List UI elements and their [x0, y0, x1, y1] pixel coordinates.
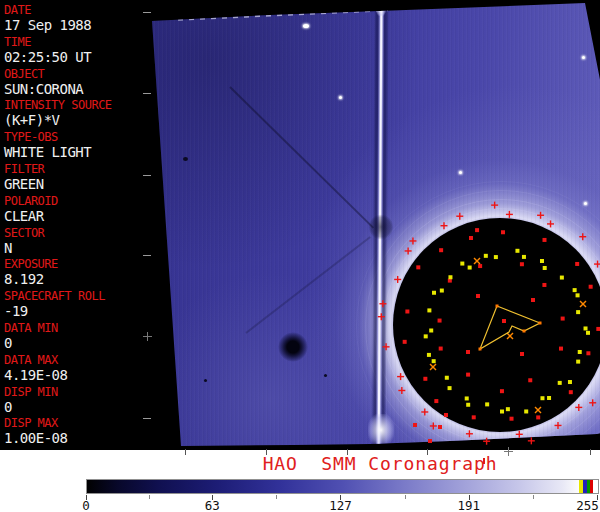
red-fiducial-dot: [434, 399, 438, 403]
left-ruler-tick: [143, 12, 151, 13]
pointing-polygon: [480, 306, 540, 349]
red-fiducial-dot: [413, 423, 417, 427]
app-window: DATE17 Sep 1988TIME02:25:50 UTOBJECTSUN:…: [0, 0, 600, 512]
red-fiducial-dot: [416, 265, 420, 269]
red-fiducial-dot: [439, 347, 443, 351]
yellow-fiducial-dot: [440, 289, 444, 293]
intensity-colorbar: [86, 479, 599, 494]
bottom-ruler-tick: [427, 449, 428, 455]
colorbar-tick-label: 127: [329, 499, 352, 512]
yellow-fiducial-dot: [547, 396, 551, 400]
bottom-ruler-tick: [185, 449, 186, 455]
red-fiducial-dot: [466, 373, 470, 377]
field-label: SECTOR: [4, 227, 150, 240]
metadata-field: FILTERGREEN: [4, 163, 150, 192]
red-fiducial-dot: [478, 264, 482, 268]
red-fiducial-dot: [439, 248, 443, 252]
red-fiducial-dot: [476, 294, 480, 298]
colorbar-tick-label: 191: [457, 499, 480, 512]
yellow-fiducial-dot: [448, 275, 452, 279]
field-value: CLEAR: [4, 208, 150, 224]
yellow-fiducial-dot: [484, 254, 488, 258]
yellow-fiducial-dot: [522, 255, 526, 259]
yellow-fiducial-dot: [515, 249, 519, 253]
yellow-fiducial-dot: [576, 310, 580, 314]
red-fiducial-dot: [501, 230, 505, 234]
yellow-fiducial-dot: [586, 331, 590, 335]
red-fiducial-dot: [559, 347, 563, 351]
field-value: 0: [4, 335, 150, 351]
metadata-field: DATA MAX4.19E-08: [4, 354, 150, 383]
yellow-fiducial-dot: [568, 380, 572, 384]
field-label: DATA MAX: [4, 354, 150, 367]
field-label: TYPE-OBS: [4, 131, 150, 144]
field-label: SPACECRAFT ROLL: [4, 290, 150, 303]
yellow-fiducial-dot: [424, 334, 428, 338]
metadata-field: EXPOSURE8.192: [4, 258, 150, 287]
red-fiducial-dot: [561, 317, 565, 321]
red-fiducial-dot: [469, 236, 473, 240]
field-label: DATA MIN: [4, 322, 150, 335]
field-label: EXPOSURE: [4, 258, 150, 271]
red-fiducial-dot: [528, 378, 532, 382]
field-label: TIME: [4, 36, 150, 49]
polygon-vertex-dot: [539, 322, 542, 325]
yellow-fiducial-dot: [573, 288, 577, 292]
yellow-fiducial-dot: [584, 326, 588, 330]
red-fiducial-dot: [586, 351, 590, 355]
field-label: DISP MAX: [4, 417, 150, 430]
metadata-sidebar: DATE17 Sep 1988TIME02:25:50 UTOBJECTSUN:…: [0, 0, 150, 450]
red-fiducial-dot: [520, 262, 524, 266]
field-label: POLAROID: [4, 195, 150, 208]
colorbar-minor-tick: [533, 495, 534, 499]
bottom-ruler-tick: [266, 449, 267, 455]
yellow-fiducial-dot: [576, 293, 580, 297]
red-fiducial-dot: [569, 390, 573, 394]
red-fiducial-dot: [531, 298, 535, 302]
left-ruler-tick: [143, 93, 151, 94]
red-fiducial-dot: [423, 377, 427, 381]
red-fiducial-dot: [438, 319, 442, 323]
field-value: WHITE LIGHT: [4, 144, 150, 160]
red-fiducial-dot: [510, 417, 514, 421]
red-fiducial-dot: [472, 415, 476, 419]
field-value: -19: [4, 303, 150, 319]
yellow-fiducial-dot: [429, 328, 433, 332]
red-fiducial-dot: [428, 439, 432, 443]
field-label: INTENSITY SOURCE: [4, 99, 150, 112]
yellow-fiducial-dot: [506, 407, 510, 411]
red-fiducial-dot: [502, 319, 506, 323]
yellow-fiducial-dot: [543, 266, 547, 270]
left-ruler-tick: [143, 175, 151, 176]
red-fiducial-dot: [444, 413, 448, 417]
field-label: FILTER: [4, 163, 150, 176]
red-fiducial-dot: [500, 389, 504, 393]
left-ruler-tick: [143, 255, 151, 256]
field-label: OBJECT: [4, 68, 150, 81]
red-fiducial-dot: [575, 262, 579, 266]
bottom-ruler-tick: [590, 449, 591, 455]
left-ruler-tick: [143, 418, 151, 419]
red-fiducial-dot: [536, 415, 540, 419]
yellow-fiducial-dot: [460, 262, 464, 266]
field-value: GREEN: [4, 176, 150, 192]
yellow-fiducial-dot: [445, 376, 449, 380]
metadata-field: SPACECRAFT ROLL-19: [4, 290, 150, 319]
field-value: SUN:CORONA: [4, 81, 150, 97]
yellow-fiducial-dot: [448, 386, 452, 390]
red-fiducial-dot: [596, 327, 600, 331]
red-fiducial-dot: [405, 309, 409, 313]
metadata-field: TIME02:25:50 UT: [4, 36, 150, 65]
left-ruler-plus: [147, 332, 148, 341]
red-fiducial-dot: [466, 350, 470, 354]
red-fiducial-dot: [520, 352, 524, 356]
field-label: DISP MIN: [4, 386, 150, 399]
plot-title: HAO SMM Coronagraph: [250, 453, 510, 474]
metadata-field: DISP MAX1.00E-08: [4, 417, 150, 446]
field-value: 8.192: [4, 271, 150, 287]
red-fiducial-dot: [403, 340, 407, 344]
yellow-fiducial-dot: [576, 360, 580, 364]
metadata-field: INTENSITY SOURCE(K+F)*V: [4, 99, 150, 128]
field-value: 1.00E-08: [4, 430, 150, 446]
yellow-fiducial-dot: [524, 409, 528, 413]
